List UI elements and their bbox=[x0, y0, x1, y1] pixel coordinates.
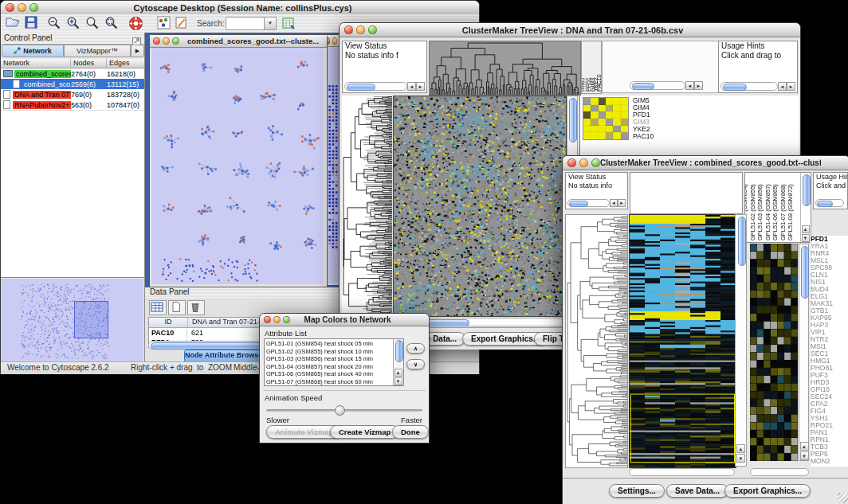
zoom-window-icon[interactable] bbox=[283, 316, 290, 323]
close-icon[interactable] bbox=[567, 158, 576, 167]
matrix-cell[interactable] bbox=[613, 98, 620, 105]
column-label[interactable]: GPL51-07 (GSM868) bbox=[779, 184, 787, 240]
matrix-cell[interactable] bbox=[606, 126, 613, 133]
attribute-item[interactable]: GPL51-01 (GSM854) heat shock 05 min bbox=[266, 340, 393, 348]
matrix-cell[interactable] bbox=[599, 105, 606, 112]
matrix-cell[interactable] bbox=[583, 132, 591, 139]
scrollbar-thumb[interactable] bbox=[801, 246, 809, 299]
done-button[interactable]: Done bbox=[392, 425, 429, 439]
scrollbar-thumb[interactable] bbox=[632, 83, 654, 90]
scroll-up-icon[interactable]: ▲ bbox=[800, 442, 809, 451]
minimize-icon[interactable] bbox=[273, 316, 281, 323]
treeview2-column-dendrogram-area[interactable] bbox=[630, 172, 743, 214]
attribute-item[interactable]: GPL51-04 (GSM857) heat shock 20 min bbox=[266, 363, 393, 371]
scrollbar-thumb[interactable] bbox=[723, 84, 747, 91]
attribute-item[interactable]: GPL51-06 (GSM865) heat shock 40 min bbox=[266, 370, 393, 378]
zoom-out-icon[interactable] bbox=[47, 16, 63, 31]
help-icon[interactable] bbox=[128, 16, 144, 31]
scroll-down-icon[interactable]: ▼ bbox=[736, 454, 745, 463]
matrix-cell[interactable] bbox=[583, 111, 591, 119]
matrix-cell[interactable] bbox=[613, 126, 620, 133]
zoom-window-icon[interactable] bbox=[172, 37, 179, 45]
column-label[interactable]: GPL51-02 (GSM855) bbox=[749, 184, 756, 240]
col-nodes[interactable]: Nodes bbox=[71, 59, 107, 68]
scrollbar-thumb[interactable] bbox=[569, 98, 577, 143]
treeview1-heatmap[interactable] bbox=[393, 96, 567, 317]
save-session-icon[interactable] bbox=[25, 16, 41, 31]
treeview2-gene-list[interactable]: PFD1YRA1RNR4MSL1SPC98CLN1NIS1BUD4ELG1MAK… bbox=[811, 236, 848, 467]
usage-hints-scrollbar[interactable]: ◄► bbox=[720, 82, 795, 91]
dialog-titlebar[interactable]: Map Colors to Network bbox=[260, 314, 429, 326]
scroll-right-icon[interactable]: ► bbox=[416, 82, 425, 91]
zoom-fit-icon[interactable] bbox=[104, 16, 120, 31]
matrix-cell[interactable] bbox=[621, 119, 628, 126]
column-labels-vscrollbar[interactable]: ▲ ▼ bbox=[800, 173, 811, 242]
col-id[interactable]: ID bbox=[149, 318, 188, 327]
node-attribute-browser-tab[interactable]: Node Attribute Browser bbox=[184, 350, 265, 362]
matrix-cell[interactable] bbox=[621, 105, 628, 112]
matrix-cell[interactable] bbox=[599, 98, 606, 105]
treeview1-column-labels[interactable]: GIM5GIM4PFD1GIM3YKE2PAC10 bbox=[581, 41, 602, 94]
matrix-cell[interactable] bbox=[606, 111, 613, 119]
matrix-cell[interactable] bbox=[606, 98, 613, 105]
matrix-cell[interactable] bbox=[606, 119, 613, 126]
zoom-window-icon[interactable] bbox=[368, 25, 377, 34]
scroll-down-icon[interactable]: ▼ bbox=[802, 234, 810, 242]
minimize-icon[interactable] bbox=[579, 158, 588, 167]
main-titlebar[interactable]: Cytoscape Desktop (Session Name: collins… bbox=[1, 1, 479, 15]
search-dropdown-icon[interactable]: ▼ bbox=[264, 17, 277, 30]
vizmap-icon[interactable] bbox=[157, 16, 173, 31]
matrix-cell[interactable] bbox=[613, 111, 620, 119]
column-label[interactable]: GPL51-06 (GSM865) bbox=[771, 184, 779, 240]
treeview2-heatmap[interactable] bbox=[629, 214, 736, 468]
zoom-window-icon[interactable] bbox=[29, 3, 38, 12]
zoomview-hscrollbar[interactable]: ◄► bbox=[630, 81, 703, 90]
matrix-cell[interactable] bbox=[621, 132, 628, 139]
col-edges[interactable]: Edges bbox=[107, 59, 143, 68]
matrix-cell[interactable] bbox=[591, 111, 598, 119]
matrix-cell[interactable] bbox=[621, 111, 628, 119]
slider-thumb[interactable] bbox=[335, 405, 345, 416]
treeview2-titlebar[interactable]: ClusterMaker TreeView : combined_scores_… bbox=[563, 156, 848, 170]
settings-button[interactable]: Settings... bbox=[609, 484, 665, 498]
column-label[interactable]: GPL51-03 (GSM856) bbox=[756, 184, 764, 240]
zoom-window-icon[interactable] bbox=[591, 158, 600, 167]
close-icon[interactable] bbox=[264, 316, 271, 323]
scroll-down-icon[interactable]: ▼ bbox=[800, 451, 809, 460]
view-status-scrollbar[interactable]: ◄► bbox=[344, 82, 425, 91]
matrix-cell[interactable] bbox=[613, 132, 620, 139]
matrix-cell[interactable] bbox=[606, 132, 613, 139]
close-icon[interactable] bbox=[344, 25, 353, 34]
col-network[interactable]: Network bbox=[1, 59, 71, 68]
network-canvas-1[interactable] bbox=[151, 48, 324, 284]
animation-speed-slider[interactable] bbox=[266, 409, 422, 412]
save-data-button[interactable]: Save Data... bbox=[666, 484, 728, 498]
column-label[interactable]: GPL51-08 (GSM872) bbox=[787, 184, 794, 240]
scroll-right-icon[interactable]: ► bbox=[694, 81, 703, 90]
gene-label[interactable]: PAC10 bbox=[633, 133, 654, 140]
scroll-left-icon[interactable]: ◄ bbox=[610, 199, 618, 207]
matrix-cell[interactable] bbox=[591, 98, 598, 105]
network-table-row[interactable]: combined_sco2569(6)13112(15) bbox=[1, 79, 144, 89]
scroll-right-icon[interactable]: ► bbox=[618, 199, 626, 207]
matrix-cell[interactable] bbox=[599, 126, 606, 133]
scroll-left-icon[interactable]: ◄ bbox=[778, 82, 787, 91]
zoom-view-hscrollbar[interactable] bbox=[750, 468, 809, 476]
scrollbar-thumb[interactable] bbox=[569, 201, 588, 207]
treeview2-row-dendrogram[interactable] bbox=[565, 214, 628, 468]
matrix-cell[interactable] bbox=[613, 119, 620, 126]
column-label[interactable]: GPL51-04 (GSM857) bbox=[764, 184, 771, 240]
view-status-scrollbar[interactable]: ◄► bbox=[567, 199, 626, 207]
attribute-item[interactable]: GPL51-07 (GSM868) heat shock 60 min bbox=[266, 378, 393, 386]
minimize-icon[interactable] bbox=[356, 25, 365, 34]
resize-grip[interactable] bbox=[838, 493, 848, 503]
scrollbar-thumb[interactable] bbox=[347, 84, 375, 91]
scroll-left-icon[interactable]: ◄ bbox=[685, 81, 694, 90]
delete-attribute-icon[interactable] bbox=[187, 300, 205, 315]
matrix-cell[interactable] bbox=[606, 105, 613, 112]
open-session-icon[interactable] bbox=[6, 16, 22, 31]
matrix-cell[interactable] bbox=[621, 98, 628, 105]
matrix-cell[interactable] bbox=[583, 98, 591, 105]
scroll-up-icon[interactable]: ▲ bbox=[736, 444, 745, 453]
treeview2-zoom-view[interactable] bbox=[750, 244, 798, 461]
